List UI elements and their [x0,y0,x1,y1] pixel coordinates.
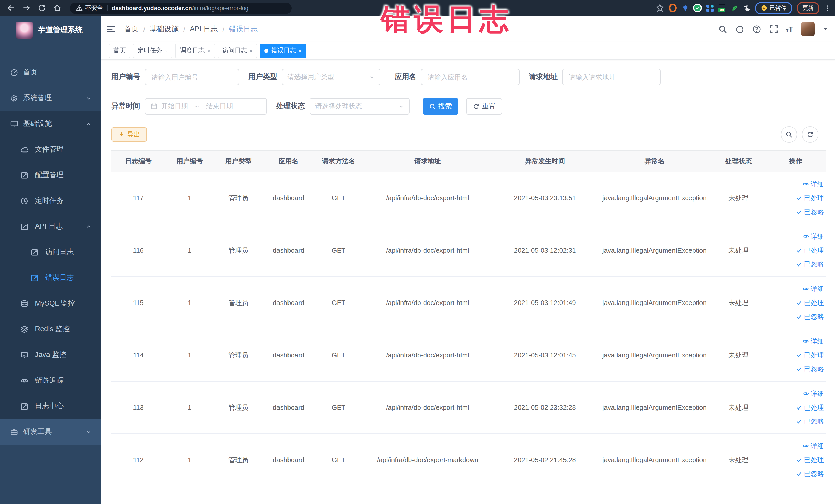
mark-processed-link[interactable]: 已处理 [768,453,824,467]
cell-method: GET [314,329,363,381]
fullscreen-icon[interactable] [769,24,778,34]
detail-link[interactable]: 详细 [768,334,824,348]
logo-row[interactable]: 芋道管理系统 [0,16,101,44]
close-icon[interactable]: × [207,47,210,54]
exception-time-range-picker[interactable]: 开始日期 ~ 结束日期 [145,98,267,115]
mark-processed-link[interactable]: 已处理 [768,348,824,362]
address-bar[interactable]: 不安全 dashboard.yudao.iocoder.cn/infra/log… [70,2,291,14]
extensions-puzzle-icon[interactable] [743,4,751,12]
browser-reload-icon[interactable] [38,4,46,12]
app-name-input[interactable] [427,73,514,81]
sidebar-item-access-log[interactable]: 访问日志 [0,239,101,265]
mark-ignored-link[interactable]: 已忽略 [768,310,824,323]
tab-home[interactable]: 首页 [109,43,130,58]
sidebar-item-system-mgmt[interactable]: 系统管理 [0,85,101,111]
process-status-select[interactable]: 请选择处理状态 [309,98,410,115]
mark-ignored-link[interactable]: 已忽略 [768,467,824,481]
breadcrumb-api-log[interactable]: API 日志 [190,24,218,34]
range-start-placeholder[interactable]: 开始日期 [161,102,188,111]
sidebar-item-log-center[interactable]: 日志中心 [0,394,101,419]
close-icon[interactable]: × [249,47,253,54]
reset-button[interactable]: 重置 [466,98,502,115]
sidebar-item-error-log[interactable]: 错误日志 [0,265,101,291]
browser-home-icon[interactable] [53,4,62,12]
sidebar-item-config-mgmt[interactable]: 配置管理 [0,162,101,188]
request-url-field[interactable] [562,69,661,85]
cell-exception-name: java.lang.IllegalArgumentException [597,172,712,224]
user-id-input[interactable] [150,73,233,81]
collapse-menu-icon[interactable] [106,24,116,34]
paused-pill-button[interactable]: 已暂停 [755,2,792,14]
bookmark-star-icon[interactable] [656,4,664,12]
browser-menu-icon[interactable] [824,4,831,12]
user-type-select[interactable]: 请选择用户类型 [282,69,381,85]
browser-forward-icon[interactable] [22,4,31,12]
tab-error-log[interactable]: 错误日志× [260,43,306,58]
sidebar-item-mysql-monitor[interactable]: MySQL 监控 [0,291,101,316]
sidebar-item-file-mgmt[interactable]: 文件管理 [0,137,101,162]
sidebar-item-api-log[interactable]: API 日志 [0,214,101,239]
doc-edit-icon [20,222,29,231]
tab-access-log[interactable]: 访问日志× [218,43,258,58]
extension-orange-icon[interactable] [669,4,677,12]
user-id-field[interactable] [145,69,239,85]
extension-green-check-icon[interactable] [694,4,701,12]
browser-back-icon[interactable] [7,4,15,12]
mark-ignored-link[interactable]: 已忽略 [768,205,824,219]
mark-processed-link[interactable]: 已处理 [768,296,824,310]
cell-exception-time: 2021-05-02 21:45:28 [492,434,597,486]
caret-down-icon[interactable] [822,26,829,32]
extension-on-badge-icon[interactable]: on [718,4,726,12]
clock-icon [20,196,29,205]
sidebar-item-home[interactable]: 首页 [0,60,101,85]
app-name-field[interactable] [421,69,520,85]
breadcrumb: 首页 / 基础设施 / API 日志 / 错误日志 [124,24,258,34]
github-icon[interactable] [735,24,745,34]
export-button[interactable]: 导出 [111,127,147,142]
eye-icon [802,338,809,345]
avatar[interactable] [801,22,815,36]
extension-shield-icon[interactable] [681,4,689,12]
extension-grid-icon[interactable] [706,4,714,12]
url-path[interactable]: /infra/log/api-error-log [192,5,248,11]
mark-processed-link[interactable]: 已处理 [768,191,824,205]
mark-ignored-link[interactable]: 已忽略 [768,415,824,428]
breadcrumb-infrastructure[interactable]: 基础设施 [150,24,179,34]
eye-icon [20,376,29,385]
search-icon[interactable] [718,24,728,34]
range-end-placeholder[interactable]: 结束日期 [206,102,233,111]
sidebar-item-redis-monitor[interactable]: Redis 监控 [0,316,101,342]
mark-ignored-link[interactable]: 已忽略 [768,257,824,271]
detail-link[interactable]: 详细 [768,177,824,191]
sidebar-item-scheduled-tasks[interactable]: 定时任务 [0,188,101,214]
tab-schedule-log[interactable]: 调度日志× [175,43,215,58]
refresh-table-button[interactable] [802,126,818,143]
security-label[interactable]: 不安全 [85,4,103,12]
mark-processed-link[interactable]: 已处理 [768,243,824,257]
sidebar-item-java-monitor[interactable]: Java 监控 [0,342,101,368]
font-size-icon[interactable]: тT [786,25,793,33]
sidebar-item-infrastructure[interactable]: 基础设施 [0,111,101,137]
breadcrumb-home[interactable]: 首页 [124,24,139,34]
url-host[interactable]: dashboard.yudao.iocoder.cn [111,5,192,11]
toggle-search-button[interactable] [781,126,797,143]
close-icon[interactable]: × [165,47,168,54]
request-url-input[interactable] [568,73,655,81]
cell-status: 未处理 [712,381,766,434]
help-icon[interactable] [752,24,761,34]
detail-link[interactable]: 详细 [768,387,824,401]
sidebar-item-dev-tools[interactable]: 研发工具 [0,419,101,445]
close-icon[interactable]: × [299,47,302,54]
update-pill-button[interactable]: 更新 [797,2,819,14]
mark-processed-link[interactable]: 已处理 [768,401,824,415]
check-icon [796,404,802,411]
detail-link[interactable]: 详细 [768,439,824,453]
detail-link[interactable]: 详细 [768,229,824,243]
extension-leaf-icon[interactable] [731,4,738,12]
mark-ignored-link[interactable]: 已忽略 [768,362,824,376]
sidebar-item-tracing[interactable]: 链路追踪 [0,368,101,394]
tab-scheduled-tasks[interactable]: 定时任务× [133,43,173,58]
detail-link[interactable]: 详细 [768,282,824,296]
cell-actions: 详细 已处理 已忽略 [766,434,826,486]
search-button[interactable]: 搜索 [423,98,459,115]
